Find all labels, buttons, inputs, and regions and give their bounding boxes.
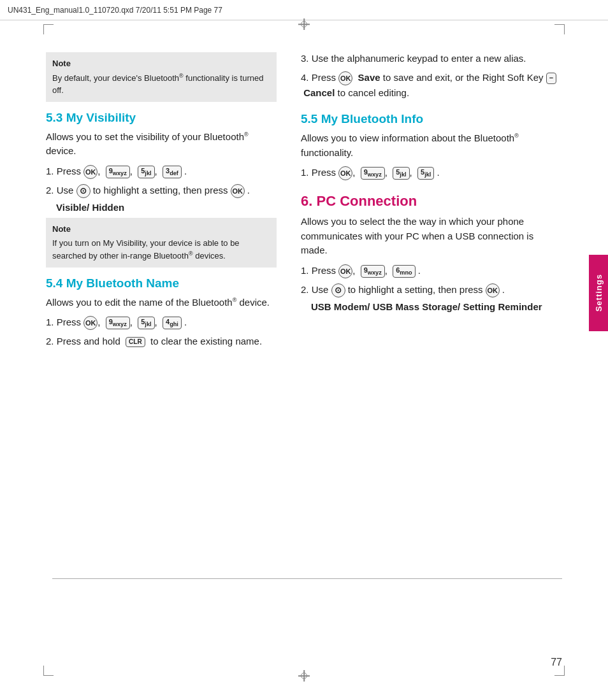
key-5jkl-55a: 5jkl: [393, 167, 409, 180]
key-9wxyz-53: 9wxyz: [106, 166, 130, 178]
key-ok-53-2: OK: [231, 184, 245, 198]
section-6-body: Allows you to select the the way in whic…: [301, 215, 562, 258]
right-step3: 3. Use the alphanumeric keypad to enter …: [301, 51, 562, 66]
section-6-heading: 6. PC Connection: [301, 193, 562, 210]
key-5jkl-53: 5jkl: [138, 166, 154, 178]
section-53-body: Allows you to set the visibility of your…: [46, 130, 277, 159]
right-step4: 4. Press OK Save to save and exit, or th…: [301, 70, 562, 101]
key-nav-6: ⊙: [331, 283, 345, 297]
page-number: 77: [551, 657, 562, 668]
section-6-options: USB Modem/ USB Mass Storage/ Setting Rem…: [311, 301, 562, 312]
section-55-body: Allows you to view information about the…: [301, 131, 562, 160]
settings-label: Settings: [594, 274, 604, 311]
note-box-1: Note By default, your device's Bluetooth…: [46, 52, 277, 102]
section-55-step1: 1. Press OK, 9wxyz, 5jkl, 5jkl .: [301, 165, 562, 180]
note-box-2: Note If you turn on My Visibility, your …: [46, 218, 277, 268]
center-cross-top: [298, 18, 310, 31]
note2-body: If you turn on My Visibility, your devic…: [52, 237, 270, 262]
settings-sidebar: Settings: [589, 255, 608, 331]
note1-body: By default, your device's Bluetooth® fun…: [52, 72, 270, 97]
section-53-options: Visible/ Hidden: [56, 202, 277, 213]
section-54-step2: 2. Press and hold CLR to clear the exist…: [46, 334, 277, 349]
key-5jkl-55b: 5jkl: [417, 167, 434, 180]
section-53-heading: 5.3 My Visibility: [46, 111, 277, 125]
key-6mno-6: 6mno: [393, 265, 415, 278]
key-ok-55: OK: [338, 166, 352, 180]
note2-title: Note: [52, 223, 270, 236]
header-text: UN431_Eng_manual1.0_110720.qxd 7/20/11 5…: [8, 6, 222, 15]
section-6-step2: 2. Use ⊙ to highlight a setting, then pr…: [301, 282, 562, 297]
key-5jkl-54: 5jkl: [138, 317, 154, 329]
key-ok-6-2: OK: [486, 283, 500, 297]
section-54-body: Allows you to edit the name of the Bluet…: [46, 296, 277, 310]
key-ok-right: OK: [338, 71, 352, 85]
section-53-step2: 2. Use ⊙ to highlight a setting, then pr…: [46, 183, 277, 198]
key-cancel-right: −: [546, 73, 556, 83]
section-54-heading: 5.4 My Bluetooth Name: [46, 276, 277, 290]
left-column: Note By default, your device's Bluetooth…: [46, 51, 294, 649]
section-53-step1: 1. Press OK, 9wxyz, 5jkl, 3def .: [46, 164, 277, 179]
section-6-step1: 1. Press OK, 9wxyz, 6mno .: [301, 263, 562, 278]
key-3def-53: 3def: [163, 166, 182, 178]
key-9wxyz-54: 9wxyz: [106, 317, 130, 329]
section-55-heading: 5.5 My Bluetooth Info: [301, 112, 562, 126]
main-content: Note By default, your device's Bluetooth…: [46, 51, 562, 649]
note1-title: Note: [52, 57, 270, 70]
key-ok-54-1: OK: [83, 316, 98, 330]
key-clr-54: CLR: [126, 337, 145, 347]
key-ok-6: OK: [338, 264, 352, 278]
right-divider: [52, 578, 562, 579]
section-54-step1: 1. Press OK, 9wxyz, 5jkl, 4ghi .: [46, 315, 277, 330]
center-cross-bottom: [298, 669, 310, 682]
right-column: 3. Use the alphanumeric keypad to enter …: [294, 51, 562, 649]
corner-mark-bl: [43, 666, 54, 676]
key-4ghi-54: 4ghi: [163, 317, 182, 329]
key-9wxyz-55: 9wxyz: [361, 167, 385, 180]
corner-mark-tr: [554, 24, 565, 34]
corner-mark-tl: [43, 24, 54, 34]
key-9wxyz-6: 9wxyz: [361, 265, 385, 278]
key-nav-53: ⊙: [76, 184, 90, 198]
key-ok-53-1: OK: [83, 165, 98, 179]
